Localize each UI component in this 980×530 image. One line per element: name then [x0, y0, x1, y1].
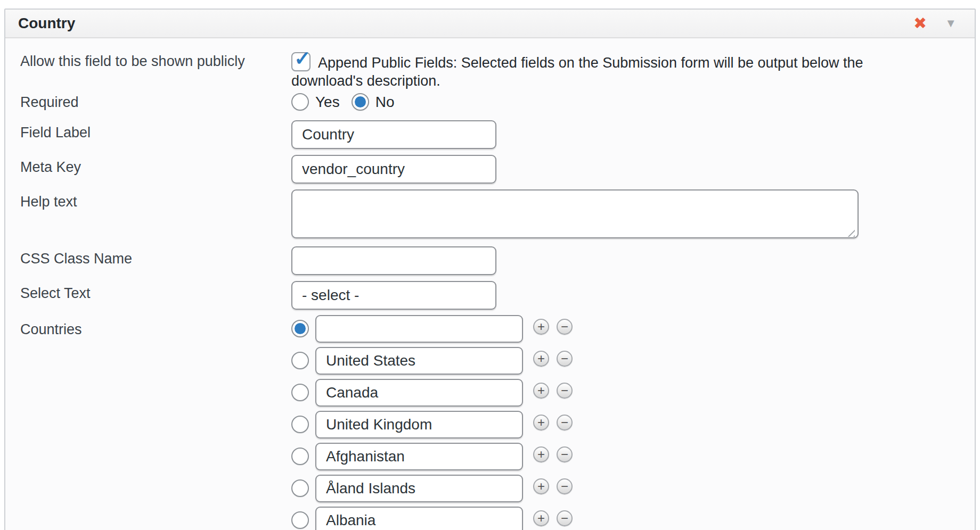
minus-icon: −	[561, 512, 568, 525]
remove-country-button[interactable]: −	[557, 383, 573, 399]
country-default-radio[interactable]	[291, 352, 309, 369]
required-radio-group: Yes No	[291, 93, 975, 111]
required-no-label: No	[375, 94, 395, 111]
remove-country-button[interactable]: −	[557, 510, 573, 526]
remove-country-button[interactable]: −	[557, 351, 573, 367]
minus-icon: −	[561, 448, 568, 461]
country-default-radio[interactable]	[291, 320, 309, 337]
required-label: Required	[5, 93, 291, 111]
css-class-label: CSS Class Name	[5, 246, 291, 268]
remove-country-button[interactable]: −	[557, 415, 573, 430]
country-default-radio[interactable]	[291, 384, 309, 401]
plus-icon: +	[537, 512, 545, 525]
plus-icon: +	[537, 480, 545, 493]
country-option-row: + −	[291, 507, 975, 530]
checkmark-icon: ✓	[294, 48, 311, 69]
row-required: Required Yes No	[5, 93, 975, 114]
row-select-text: Select Text	[5, 281, 975, 310]
country-default-radio[interactable]	[291, 511, 309, 529]
plus-icon: +	[537, 416, 545, 429]
countries-option-list: + − + − + − + − + − + − + −	[291, 315, 975, 530]
field-label-input[interactable]	[291, 120, 496, 149]
minus-icon: −	[561, 480, 568, 493]
append-public-fields-checkbox[interactable]: ✓	[291, 52, 311, 71]
select-text-input[interactable]	[291, 281, 496, 310]
country-name-input[interactable]	[315, 315, 523, 343]
minus-icon: −	[561, 320, 568, 333]
remove-country-button[interactable]: −	[557, 478, 573, 494]
row-meta-key: Meta Key	[5, 155, 975, 184]
help-text-textarea[interactable]	[291, 189, 859, 238]
add-country-button[interactable]: +	[533, 478, 549, 494]
select-text-label: Select Text	[5, 281, 291, 302]
required-yes-label: Yes	[315, 94, 340, 111]
plus-icon: +	[537, 448, 545, 461]
countries-label: Countries	[5, 315, 291, 338]
plus-icon: +	[537, 352, 545, 365]
remove-country-button[interactable]: −	[557, 319, 573, 335]
panel-title: Country	[5, 15, 75, 32]
country-name-input[interactable]	[315, 443, 523, 470]
field-label-label: Field Label	[5, 120, 291, 142]
country-option-row: + −	[291, 475, 975, 502]
public-field-description: ✓Append Public Fields: Selected fields o…	[291, 52, 914, 90]
add-country-button[interactable]: +	[533, 446, 549, 462]
country-name-input[interactable]	[315, 507, 523, 530]
country-name-input[interactable]	[315, 411, 523, 438]
required-yes-radio[interactable]	[291, 93, 309, 111]
public-field-label: Allow this field to be shown publicly	[5, 52, 291, 70]
country-option-row: + −	[291, 443, 975, 470]
field-settings-panel: Country ✖ ▼ Allow this field to be shown…	[4, 9, 976, 530]
panel-body: Allow this field to be shown publicly ✓A…	[5, 38, 975, 530]
add-country-button[interactable]: +	[533, 319, 549, 335]
row-public-field: Allow this field to be shown publicly ✓A…	[5, 52, 975, 90]
row-css-class: CSS Class Name	[5, 246, 975, 275]
meta-key-input[interactable]	[291, 155, 496, 184]
plus-icon: +	[537, 320, 545, 333]
add-country-button[interactable]: +	[533, 415, 549, 430]
country-option-row: + −	[291, 411, 975, 438]
panel-header-actions: ✖ ▼	[913, 10, 957, 37]
row-help-text: Help text	[5, 189, 975, 241]
collapse-toggle-icon[interactable]: ▼	[945, 18, 957, 29]
panel-header[interactable]: Country ✖ ▼	[5, 10, 975, 38]
help-text-label: Help text	[5, 189, 291, 211]
help-textarea-wrap	[291, 189, 859, 241]
delete-field-icon[interactable]: ✖	[913, 15, 927, 31]
plus-icon: +	[537, 384, 545, 397]
row-field-label: Field Label	[5, 120, 975, 149]
required-no-radio[interactable]	[352, 93, 369, 111]
country-name-input[interactable]	[315, 379, 523, 407]
country-option-row: + −	[291, 379, 975, 407]
add-country-button[interactable]: +	[533, 383, 549, 399]
remove-country-button[interactable]: −	[557, 446, 573, 462]
country-option-row: + −	[291, 347, 975, 375]
country-name-input[interactable]	[315, 475, 523, 502]
country-option-row: + −	[291, 315, 975, 343]
minus-icon: −	[561, 384, 568, 397]
country-default-radio[interactable]	[291, 416, 309, 433]
add-country-button[interactable]: +	[533, 351, 549, 367]
minus-icon: −	[561, 352, 568, 365]
country-name-input[interactable]	[315, 347, 523, 375]
row-countries: Countries + − + − + − + − + − + −	[5, 315, 975, 530]
country-default-radio[interactable]	[291, 479, 309, 497]
append-public-fields-text: Append Public Fields: Selected fields on…	[291, 55, 863, 89]
minus-icon: −	[561, 416, 568, 429]
css-class-input[interactable]	[291, 246, 496, 275]
country-default-radio[interactable]	[291, 448, 309, 465]
page: Country ✖ ▼ Allow this field to be shown…	[0, 0, 980, 530]
add-country-button[interactable]: +	[533, 510, 549, 526]
meta-key-label: Meta Key	[5, 155, 291, 176]
